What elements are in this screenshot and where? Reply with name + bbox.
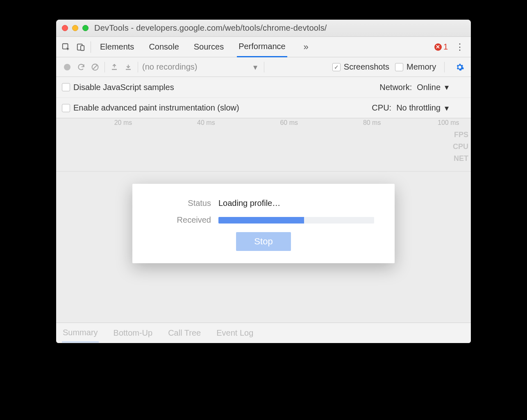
screenshots-checkbox[interactable]: Screenshots [332, 62, 389, 72]
timeline-ticks: 20 ms 40 ms 60 ms 80 ms 100 ms [56, 118, 471, 129]
tab-performance[interactable]: Performance [237, 37, 287, 57]
loading-profile-dialog: Status Loading profile… Received Stop [132, 184, 395, 263]
timeline-overview[interactable]: 20 ms 40 ms 60 ms 80 ms 100 ms FPS CPU N… [56, 118, 471, 172]
tick: 40 ms [197, 119, 215, 126]
recordings-dropdown[interactable]: (no recordings) ▾ [141, 62, 261, 72]
recordings-placeholder: (no recordings) [142, 62, 198, 72]
divider [138, 62, 138, 72]
clear-button[interactable] [88, 60, 102, 74]
lane-fps: FPS [454, 131, 468, 139]
devtools-window: DevTools - developers.google.com/web/too… [56, 20, 471, 343]
tab-bottom-up[interactable]: Bottom-Up [113, 324, 154, 342]
error-icon: ✕ [434, 43, 442, 51]
screenshots-label: Screenshots [344, 62, 389, 72]
network-value: Online [417, 83, 441, 92]
divider [444, 62, 445, 72]
more-tabs-icon[interactable]: » [299, 40, 313, 54]
cpu-label: CPU: [372, 103, 391, 113]
tab-elements[interactable]: Elements [98, 37, 136, 56]
performance-body: Status Loading profile… Received Stop [56, 172, 471, 323]
lane-net: NET [454, 154, 468, 163]
divider [104, 62, 105, 72]
record-button[interactable] [60, 60, 74, 74]
enable-paint-instrumentation-label: Enable advanced paint instrumentation (s… [73, 103, 239, 113]
progress-bar-fill [218, 217, 304, 224]
status-value: Loading profile… [218, 199, 280, 208]
load-profile-icon[interactable] [107, 60, 121, 74]
network-label: Network: [379, 83, 412, 92]
memory-label: Memory [407, 62, 436, 72]
traffic-lights [62, 25, 89, 31]
close-window-button[interactable] [62, 25, 68, 31]
received-progress [218, 217, 374, 224]
tick: 20 ms [114, 119, 132, 126]
inspect-element-icon[interactable] [59, 40, 73, 54]
chevron-down-icon: ▾ [253, 62, 257, 72]
window-title: DevTools - developers.google.com/web/too… [94, 23, 327, 33]
tick: 100 ms [438, 119, 459, 126]
tab-summary[interactable]: Summary [62, 324, 99, 343]
capture-options: Disable JavaScript samples Network: Onli… [56, 77, 471, 118]
tab-sources[interactable]: Sources [192, 37, 225, 56]
checkbox-icon [395, 63, 403, 71]
svg-rect-5 [112, 69, 117, 70]
tick: 80 ms [363, 119, 381, 126]
chevron-down-icon: ▾ [445, 103, 449, 113]
cpu-value: No throttling [396, 103, 441, 113]
error-count-badge[interactable]: ✕ 1 [434, 42, 448, 52]
disable-js-samples-label: Disable JavaScript samples [73, 83, 174, 92]
memory-checkbox[interactable]: Memory [395, 62, 436, 72]
maximize-window-button[interactable] [82, 25, 89, 31]
received-label: Received [149, 215, 218, 225]
minimize-window-button[interactable] [72, 25, 78, 31]
lane-cpu: CPU [453, 142, 468, 151]
panel-tabs-row: Elements Console Sources Performance » ✕… [56, 37, 471, 57]
network-throttling-dropdown[interactable]: Online ▾ [417, 82, 449, 92]
svg-rect-6 [126, 69, 131, 70]
enable-paint-instrumentation-checkbox[interactable]: Enable advanced paint instrumentation (s… [62, 103, 239, 113]
timeline-lanes: FPS CPU NET [453, 131, 468, 163]
tick: 60 ms [280, 119, 298, 126]
save-profile-icon[interactable] [121, 60, 135, 74]
tab-event-log[interactable]: Event Log [216, 324, 254, 342]
stop-button[interactable]: Stop [236, 232, 291, 251]
error-count: 1 [443, 42, 448, 52]
divider [91, 41, 91, 53]
checkbox-icon [332, 63, 341, 71]
reload-record-button[interactable] [74, 60, 88, 74]
panel-tabs: Elements Console Sources Performance » [98, 37, 313, 57]
svg-rect-2 [81, 45, 84, 50]
settings-menu-icon[interactable]: ⋮ [451, 42, 468, 52]
cpu-throttling-dropdown[interactable]: No throttling ▾ [396, 103, 449, 113]
performance-toolbar: (no recordings) ▾ Screenshots Memory [56, 57, 471, 77]
svg-point-3 [64, 64, 70, 70]
divider [264, 62, 264, 72]
checkbox-icon [62, 104, 70, 112]
tab-console[interactable]: Console [147, 37, 180, 56]
tab-call-tree[interactable]: Call Tree [167, 324, 202, 342]
titlebar: DevTools - developers.google.com/web/too… [56, 20, 471, 37]
checkbox-icon [62, 83, 70, 91]
device-toggle-icon[interactable] [73, 40, 88, 54]
chevron-down-icon: ▾ [445, 82, 449, 92]
disable-js-samples-checkbox[interactable]: Disable JavaScript samples [62, 83, 174, 92]
status-label: Status [149, 199, 218, 208]
capture-settings-icon[interactable] [453, 60, 467, 74]
details-tabs: Summary Bottom-Up Call Tree Event Log [56, 323, 471, 343]
